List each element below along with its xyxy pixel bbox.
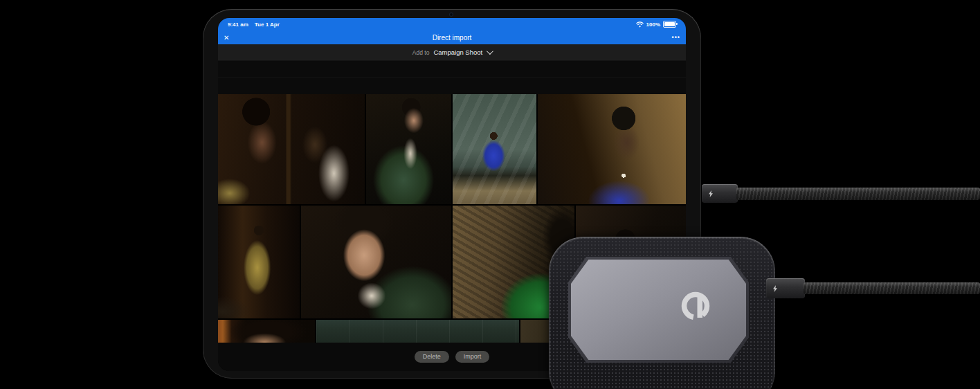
cable-to-drive bbox=[804, 282, 980, 294]
photo-thumbnail-r1c1[interactable] bbox=[218, 94, 365, 204]
page-title: Direct import bbox=[218, 34, 686, 42]
add-to-bar[interactable]: Add to Campaign Shoot bbox=[218, 44, 686, 60]
close-button[interactable]: ✕ bbox=[224, 34, 229, 42]
import-button[interactable]: Import bbox=[455, 351, 490, 363]
photo-thumbnail-r3c1[interactable] bbox=[218, 320, 315, 343]
external-ssd-drive bbox=[549, 237, 775, 389]
status-date: Tue 1 Apr bbox=[255, 21, 280, 28]
battery-percent: 100% bbox=[646, 21, 660, 28]
photo-thumbnail-r3c2[interactable] bbox=[316, 320, 519, 343]
status-bar: 9:41 am Tue 1 Apr 100% bbox=[218, 18, 686, 30]
app-header: ✕ Direct import ••• bbox=[218, 30, 686, 44]
usb-c-connector-drive bbox=[766, 278, 805, 298]
thunderbolt-icon bbox=[772, 285, 778, 292]
photo-thumbnail-r1c3[interactable] bbox=[453, 94, 536, 204]
more-menu-button[interactable]: ••• bbox=[672, 34, 680, 41]
drive-metal-plate bbox=[571, 260, 746, 360]
usb-c-connector-ipad bbox=[702, 184, 738, 203]
front-camera bbox=[449, 12, 453, 17]
status-time: 9:41 am bbox=[228, 21, 248, 28]
wifi-icon bbox=[636, 21, 644, 28]
thunderbolt-icon bbox=[708, 190, 714, 197]
album-selector[interactable]: Campaign Shoot bbox=[433, 48, 482, 56]
photo-thumbnail-r1c2[interactable] bbox=[366, 94, 451, 204]
chevron-down-icon bbox=[487, 48, 493, 55]
photo-thumbnail-r1c4[interactable] bbox=[538, 94, 686, 204]
cable-to-ipad bbox=[736, 188, 980, 200]
add-to-label: Add to bbox=[412, 49, 430, 56]
battery-icon bbox=[663, 21, 676, 28]
photo-thumbnail-r2c2[interactable] bbox=[301, 206, 451, 318]
delete-button[interactable]: Delete bbox=[415, 351, 449, 363]
photo-thumbnail-r2c1[interactable] bbox=[218, 206, 300, 318]
g-drive-logo bbox=[678, 288, 714, 324]
scene: 9:41 am Tue 1 Apr 100% ✕ Direct import bbox=[0, 0, 980, 389]
